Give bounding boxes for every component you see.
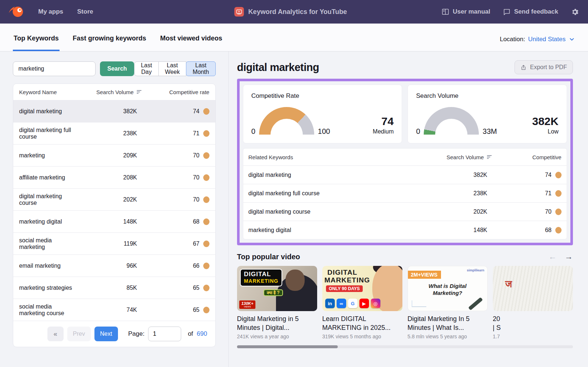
- video-carousel: DIGITAL MARKETING क्या है ? 130K+VIEWS D…: [237, 266, 573, 339]
- video-meta: 241K views a year ago: [237, 334, 317, 339]
- volume-cell: 202K: [75, 196, 141, 203]
- table-row[interactable]: marketing strategies 85K 65: [13, 277, 215, 299]
- total-pages-link[interactable]: 690: [197, 330, 207, 338]
- location-selector[interactable]: United States: [528, 36, 566, 43]
- competitive-rate-dot: [203, 130, 209, 137]
- filter-last-week[interactable]: Last Week: [158, 61, 187, 76]
- table-row[interactable]: marketing 209K 70: [13, 144, 215, 166]
- youtube-app-icon: [234, 7, 244, 17]
- keywords-table: Keyword Name Search Volume Competitive r…: [13, 83, 216, 347]
- settings-gear-icon[interactable]: [571, 8, 579, 16]
- tab-fast-growing-keywords[interactable]: Fast growing keywords: [72, 35, 147, 51]
- keyword-cell: email marketing: [19, 263, 75, 269]
- video-meta: 5.8 mln views 5 years ago: [408, 334, 488, 339]
- rate-cell: 74: [193, 108, 200, 115]
- rate-cell: 70: [545, 209, 552, 215]
- horizontal-scrollbar[interactable]: [237, 345, 573, 348]
- gauge-value: 382K: [532, 115, 559, 127]
- chevron-down-icon[interactable]: [569, 36, 575, 43]
- rate-cell: 74: [545, 172, 552, 178]
- nav-my-apps[interactable]: My apps: [38, 8, 63, 15]
- scrollbar-thumb[interactable]: [237, 345, 338, 348]
- table-row[interactable]: social media marketing course 74K 65: [13, 299, 215, 321]
- filter-last-day[interactable]: Last Day: [134, 61, 158, 76]
- column-competitive-rate: Competitive rate: [141, 89, 209, 95]
- table-row[interactable]: digital marketing full course 238K 71: [13, 122, 215, 144]
- rate-cell: 65: [193, 307, 200, 313]
- table-row[interactable]: social media marketing 119K 67: [13, 232, 215, 254]
- rate-cell: 65: [193, 285, 200, 291]
- competitive-rate-dot: [555, 190, 562, 197]
- video-meta: 1.7: [493, 334, 573, 339]
- keyword-detail-panel: digital marketing Export to PDF Competit…: [228, 51, 588, 367]
- tab-most-viewed-videos[interactable]: Most viewed videos: [159, 35, 223, 51]
- video-card[interactable]: DIGITAL MARKETING क्या है ? 130K+VIEWS D…: [237, 266, 317, 339]
- keyword-search-input[interactable]: [13, 61, 96, 76]
- search-volume-card: Search Volume 0 33M 382K Low: [408, 85, 567, 143]
- prev-page-button[interactable]: Prev: [67, 327, 91, 341]
- filter-last-month[interactable]: Last Month: [186, 61, 215, 76]
- gauge-max-label: 33M: [483, 128, 497, 135]
- thumb-text: DIGITAL: [327, 268, 358, 277]
- user-manual-label: User manual: [453, 8, 490, 15]
- sort-descending-icon[interactable]: [137, 90, 141, 94]
- column-search-volume-label: Search Volume: [447, 154, 484, 160]
- user-manual-button[interactable]: User manual: [441, 8, 490, 16]
- video-thumbnail: DIGITAL MARKETING ONLY 90 DAYS in ∞ G ▶ …: [322, 266, 402, 311]
- video-meta: 319K views 5 months ago: [322, 334, 402, 339]
- volume-cell: 238K: [75, 130, 141, 137]
- volume-cell: 96K: [75, 263, 141, 269]
- table-row[interactable]: marketing digital 148K 68: [243, 221, 567, 239]
- export-to-pdf-button[interactable]: Export to PDF: [514, 60, 573, 74]
- competitive-rate-dot: [203, 240, 209, 247]
- keyword-cell: marketing: [19, 152, 75, 159]
- table-row[interactable]: digital marketing course 202K 70: [13, 188, 215, 210]
- topbar-left: My apps Store: [9, 5, 93, 18]
- thumb-views-sub: VIEWS: [241, 306, 254, 308]
- table-row[interactable]: affiliate marketing 208K 70: [13, 166, 215, 188]
- rate-cell: 70: [193, 174, 200, 181]
- competitive-rate-dot: [555, 172, 562, 178]
- competitive-rate-card: Competitive Rate 0 100 74 Medium: [243, 85, 402, 143]
- table-row[interactable]: email marketing 96K 66: [13, 254, 215, 277]
- column-search-volume-label: Search Volume: [96, 89, 134, 95]
- video-title: Digital Marketing In 5 Minutes | What Is…: [408, 314, 488, 332]
- google-icon: G: [348, 299, 358, 308]
- book-icon: [441, 8, 449, 16]
- youtube-icon: ▶: [359, 299, 369, 308]
- meta-icon: ∞: [337, 299, 346, 308]
- video-card[interactable]: DIGITAL MARKETING ONLY 90 DAYS in ∞ G ▶ …: [322, 266, 402, 339]
- video-card[interactable]: ज 20 | S 1.7: [493, 266, 573, 339]
- gauge-title: Search Volume: [416, 92, 559, 100]
- page-number-input[interactable]: [148, 327, 181, 341]
- video-card[interactable]: 2M+VIEWS simplilearn What is Digital Mar…: [408, 266, 488, 339]
- volume-cell: 85K: [75, 285, 141, 291]
- volume-cell: 382K: [407, 172, 492, 178]
- tab-top-keywords[interactable]: Top Keywords: [13, 35, 60, 51]
- carousel-next-arrow-icon[interactable]: →: [565, 252, 573, 261]
- sort-descending-icon[interactable]: [487, 155, 492, 159]
- keywords-table-header: Keyword Name Search Volume Competitive r…: [13, 84, 215, 100]
- nav-store[interactable]: Store: [77, 8, 93, 15]
- first-page-button[interactable]: «: [47, 327, 64, 341]
- topbar-right: User manual Send feedback: [441, 8, 579, 16]
- table-row[interactable]: digital marketing full course 238K 71: [243, 184, 567, 202]
- table-row[interactable]: digital marketing 382K 74: [13, 100, 215, 122]
- table-row[interactable]: marketing digital 148K 68: [13, 210, 215, 232]
- carousel-prev-arrow-icon[interactable]: ←: [549, 252, 557, 261]
- keyword-cell: marketing strategies: [19, 285, 75, 291]
- table-row[interactable]: digital marketing 382K 74: [243, 165, 567, 184]
- table-row[interactable]: digital marketing course 202K 70: [243, 202, 567, 221]
- keyword-cell: social media marketing course: [19, 303, 75, 317]
- thumb-text: MARKETING: [325, 276, 370, 284]
- search-button[interactable]: Search: [100, 61, 134, 76]
- selected-keyword-title: digital marketing: [237, 61, 319, 74]
- volume-cell: 148K: [407, 227, 492, 234]
- page-label: Page:: [128, 330, 144, 338]
- semrush-logo[interactable]: [9, 5, 24, 18]
- keyword-cell: marketing digital: [248, 227, 407, 234]
- column-search-volume[interactable]: Search Volume: [407, 154, 492, 160]
- next-page-button[interactable]: Next: [94, 327, 118, 341]
- column-search-volume[interactable]: Search Volume: [75, 89, 141, 95]
- send-feedback-button[interactable]: Send feedback: [503, 8, 558, 16]
